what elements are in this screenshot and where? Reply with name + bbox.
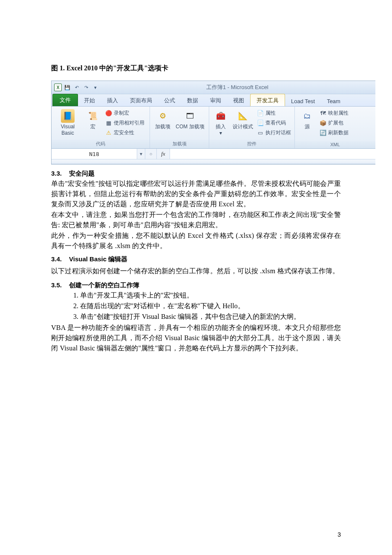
com-addins-icon: 🗔 <box>183 109 197 123</box>
para-33b: 在本文中，请注意，如果当您打开一个包含宏的工作簿时，在功能区和工作表之间出现"安… <box>51 210 341 230</box>
map-props-label: 映射属性 <box>328 110 349 117</box>
insert-control-icon: 🧰 <box>214 109 228 123</box>
heading-3-4-num: 3.4. <box>51 255 66 263</box>
addins-label: 加载项 <box>155 124 170 130</box>
map-props-icon: 🗺 <box>320 110 326 117</box>
tab-data[interactable]: 数据 <box>181 94 204 106</box>
tab-load-test[interactable]: Load Test <box>285 95 321 106</box>
design-mode-icon: 📐 <box>236 109 250 123</box>
relative-ref-label: 使用相对引用 <box>114 119 144 127</box>
com-addins-button[interactable]: 🗔 COM 加载项 <box>174 108 206 130</box>
group-addins-label: 加载项 <box>150 140 209 148</box>
excel-logo-icon: X <box>54 84 62 91</box>
source-icon: 🗂 <box>300 109 314 123</box>
addins-icon: ⚙ <box>156 109 170 123</box>
ribbon: 📘 Visual Basic 📜 宏 🔴 录制宏 ▦ <box>52 107 375 149</box>
run-dialog-label: 执行对话框 <box>265 129 291 136</box>
tab-insert[interactable]: 插入 <box>101 94 124 106</box>
qat-dropdown-icon[interactable]: ▾ <box>92 84 99 91</box>
macros-button[interactable]: 📜 宏 <box>83 108 103 130</box>
column-headers-strip <box>52 159 375 164</box>
expansion-icon: 📦 <box>320 120 326 127</box>
addins-button[interactable]: ⚙ 加载项 <box>153 108 173 130</box>
source-button[interactable]: 🗂 源 <box>297 108 317 130</box>
undo-icon[interactable]: ↶ <box>73 84 81 91</box>
tab-team[interactable]: Team <box>321 95 346 106</box>
quick-access-toolbar: X 💾 ↶ ↷ ▾ <box>52 84 99 91</box>
para-34a: 以下过程演示如何创建一个储存宏的新的空白工作簿。然后，可以按 .xlsm 格式保… <box>51 266 341 276</box>
titlebar: X 💾 ↶ ↷ ▾ 工作簿1 - Microsoft Excel <box>52 81 375 94</box>
expansion-button[interactable]: 📦 扩展包 <box>319 119 349 127</box>
cancel-icon[interactable]: ○ <box>145 149 157 159</box>
design-mode-button[interactable]: 📐 设计模式 <box>231 108 254 130</box>
heading-3-4: 3.4. Visual Basic 编辑器 <box>51 255 341 263</box>
steps-list: 单击"开发工具"选项卡上的"宏"按钮。 在随后出现的"宏"对话框中，在"宏名称"… <box>51 290 341 322</box>
visual-basic-icon: 📘 <box>61 109 75 123</box>
group-code-label: 代码 <box>52 140 150 148</box>
com-addins-label: COM 加载项 <box>176 124 204 130</box>
record-icon: 🔴 <box>105 110 112 117</box>
properties-button[interactable]: 📄 属性 <box>256 109 292 117</box>
heading-3-5-title: 创建一个新的空白工作簿 <box>69 281 139 289</box>
tab-view[interactable]: 视图 <box>227 94 250 106</box>
figure-caption: 图 1. Excel 2010 中的"开发工具"选项卡 <box>51 64 341 73</box>
heading-3-5-num: 3.5. <box>51 281 66 289</box>
run-dialog-button[interactable]: ▭ 执行对话框 <box>256 129 292 137</box>
tab-file[interactable]: 文件 <box>52 94 78 106</box>
para-33c: 此外，作为一种安全措施，您不能以默认的 Excel 文件格式 (.xlsx) 保… <box>51 231 341 251</box>
tab-page-layout[interactable]: 页面布局 <box>124 94 158 106</box>
expansion-label: 扩展包 <box>328 119 343 127</box>
visual-basic-button[interactable]: 📘 Visual Basic <box>54 108 81 136</box>
properties-label: 属性 <box>265 110 276 117</box>
step-2: 在随后出现的"宏"对话框中，在"宏名称"下键入 Hello。 <box>80 301 341 312</box>
redo-icon[interactable]: ↷ <box>82 84 90 91</box>
macro-security-label: 宏安全性 <box>114 129 134 136</box>
group-xml-label: XML <box>295 141 375 148</box>
refresh-icon: 🔄 <box>320 130 326 136</box>
name-box[interactable]: N18 <box>52 149 137 159</box>
save-icon[interactable]: 💾 <box>63 84 71 91</box>
properties-icon: 📄 <box>257 110 264 117</box>
relative-ref-icon: ▦ <box>105 120 112 127</box>
group-controls-label: 控件 <box>209 140 294 148</box>
map-props-button[interactable]: 🗺 映射属性 <box>319 109 349 117</box>
heading-3-3-num: 3.3. <box>51 170 66 178</box>
tab-formulas[interactable]: 公式 <box>158 94 181 106</box>
heading-3-3: 3.3. 安全问题 <box>51 170 341 178</box>
refresh-button[interactable]: 🔄 刷新数据 <box>319 129 349 137</box>
heading-3-5: 3.5. 创建一个新的空白工作簿 <box>51 281 341 289</box>
tab-home[interactable]: 开始 <box>78 94 101 106</box>
heading-3-3-title: 安全问题 <box>69 170 95 178</box>
visual-basic-label: Visual Basic <box>54 124 81 136</box>
view-code-label: 查看代码 <box>265 119 286 127</box>
tab-review[interactable]: 审阅 <box>204 94 227 106</box>
para-33a: 单击"宏安全性"按钮可以指定哪些宏可以运行并需满足哪些条件。尽管未授权宏代码可能… <box>51 179 341 209</box>
design-mode-label: 设计模式 <box>233 124 253 130</box>
view-code-button[interactable]: 📃 查看代码 <box>256 119 292 127</box>
tab-developer[interactable]: 开发工具 <box>250 94 285 106</box>
relative-ref-button[interactable]: ▦ 使用相对引用 <box>104 119 145 127</box>
view-code-icon: 📃 <box>257 120 264 127</box>
name-box-dropdown-icon[interactable]: ▾ <box>137 149 145 159</box>
refresh-label: 刷新数据 <box>328 129 349 136</box>
group-code: 📘 Visual Basic 📜 宏 🔴 录制宏 ▦ <box>52 107 150 148</box>
excel-screenshot: X 💾 ↶ ↷ ▾ 工作簿1 - Microsoft Excel 文件 开始 插… <box>51 81 375 165</box>
macro-security-button[interactable]: ⚠ 宏安全性 <box>104 129 145 137</box>
step-1: 单击"开发工具"选项卡上的"宏"按钮。 <box>80 290 341 301</box>
group-xml: 🗂 源 🗺 映射属性 📦 扩展包 🔄 <box>295 107 375 148</box>
heading-3-4-title: Visual Basic 编辑器 <box>69 255 127 263</box>
source-label: 源 <box>305 124 310 130</box>
group-addins: ⚙ 加载项 🗔 COM 加载项 加载项 <box>150 107 209 148</box>
insert-control-button[interactable]: 🧰 插入▾ <box>212 108 230 136</box>
group-controls: 🧰 插入▾ 📐 设计模式 📄 属性 📃 查 <box>209 107 295 148</box>
window-title: 工作簿1 - Microsoft Excel <box>99 84 375 91</box>
warning-icon: ⚠ <box>105 130 112 136</box>
fx-icon[interactable]: fx <box>157 149 170 159</box>
formula-input[interactable] <box>170 149 375 159</box>
ribbon-tabs: 文件 开始 插入 页面布局 公式 数据 审阅 视图 开发工具 Load Test… <box>52 94 375 107</box>
formula-bar: N18 ▾ ○ fx <box>52 149 375 159</box>
run-dialog-icon: ▭ <box>257 130 264 136</box>
record-macro-button[interactable]: 🔴 录制宏 <box>104 109 145 117</box>
step-3: 单击"创建"按钮打开 Visual Basic 编辑器，其中包含已键入的新宏的大… <box>80 312 341 322</box>
macros-icon: 📜 <box>86 109 100 123</box>
